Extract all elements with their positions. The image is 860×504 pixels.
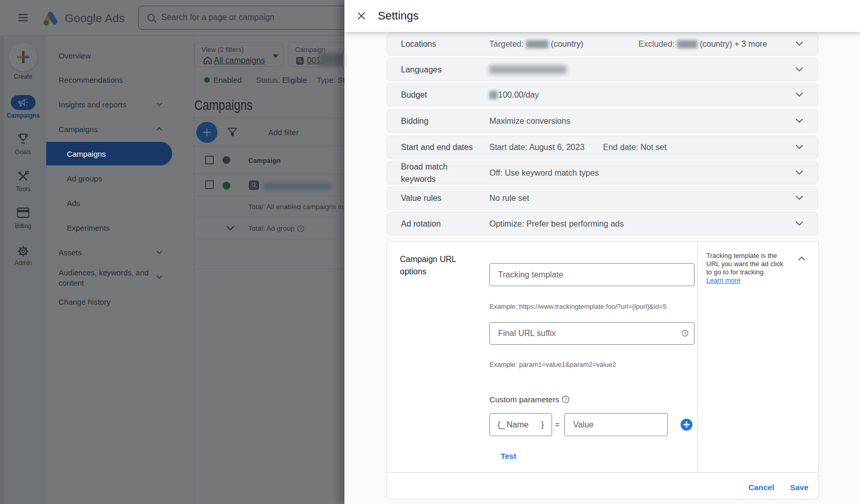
svg-text:?: ? bbox=[684, 331, 686, 336]
svg-text:?: ? bbox=[564, 397, 567, 402]
